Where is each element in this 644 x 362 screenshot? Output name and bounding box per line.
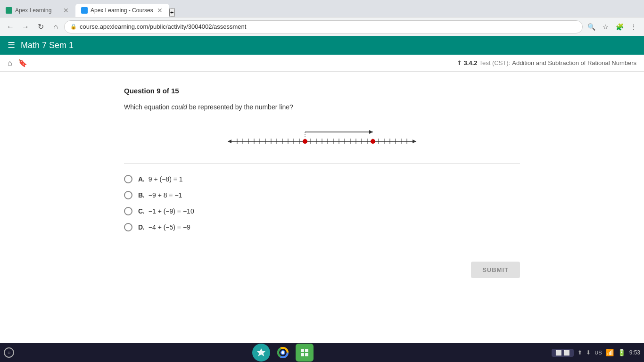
clock: 9:53: [629, 349, 640, 356]
radio-b[interactable]: [124, 191, 132, 199]
question-header: Question 9 of 15: [124, 87, 520, 95]
svg-marker-1: [228, 140, 231, 143]
new-tab-button[interactable]: +: [169, 8, 175, 17]
choice-d-label: D. −4 + (−5) = −9: [138, 223, 190, 231]
tab1-label: Apex Learning: [15, 7, 51, 14]
bookmark-nav-icon[interactable]: 🔖: [18, 58, 27, 67]
address-bar-row: ← → ↻ ⌂ 🔒 course.apexlearning.com/public…: [0, 17, 644, 36]
question-text: Which equation could be represented by t…: [124, 102, 520, 112]
search-button[interactable]: 🔍: [585, 20, 598, 33]
choice-a[interactable]: A. 9 + (−8) = 1: [124, 175, 520, 183]
radio-d[interactable]: [124, 223, 132, 231]
taskbar-right: ⬜ ⬜ ⬆ ⬇ US 📶 🔋 9:53: [552, 349, 640, 357]
hamburger-menu-icon[interactable]: ☰: [8, 40, 15, 50]
input-method-text: ⬜ ⬜: [555, 350, 570, 355]
url-text: course.apexlearning.com/public/activity/…: [80, 23, 577, 30]
home-button[interactable]: ⌂: [49, 20, 62, 33]
taskbar-left: ○: [4, 347, 14, 358]
radio-c[interactable]: [124, 207, 132, 215]
question-text-italic: could: [171, 103, 187, 111]
choice-c-label: C. −1 + (−9) = −10: [138, 207, 194, 215]
choice-a-label: A. 9 + (−8) = 1: [138, 175, 183, 183]
locale-text: US: [594, 350, 602, 355]
extensions-button[interactable]: 🧩: [613, 20, 626, 33]
breadcrumb-title: Addition and Subtraction of Rational Num…: [512, 59, 636, 66]
breadcrumb-type: Test (CST):: [479, 59, 511, 66]
taskbar-app1-icon[interactable]: [252, 344, 270, 362]
test-number: 3.4.2: [464, 59, 478, 66]
tab2-favicon: [81, 7, 88, 14]
home-icon[interactable]: ⌂: [8, 59, 12, 67]
svg-marker-2: [413, 140, 416, 143]
main-content: Question 9 of 15 Which equation could be…: [86, 72, 558, 262]
menu-button[interactable]: ⋮: [627, 20, 640, 33]
answer-choices: A. 9 + (−8) = 1 B. −9 + 8 = −1 C. −1 + (…: [124, 175, 520, 231]
choice-d[interactable]: D. −4 + (−5) = −9: [124, 223, 520, 231]
taskbar: ○: [0, 343, 644, 362]
bookmark-button[interactable]: ☆: [599, 20, 612, 33]
svg-point-45: [281, 351, 284, 354]
battery-icon: 🔋: [618, 349, 626, 356]
tab-bar: Apex Learning ✕ Apex Learning - Courses …: [0, 0, 644, 17]
svg-rect-47: [305, 349, 308, 352]
lock-icon: 🔒: [70, 24, 77, 30]
tab1-favicon: [6, 7, 12, 14]
browser-chrome: Apex Learning ✕ Apex Learning - Courses …: [0, 0, 644, 36]
forward-button[interactable]: →: [19, 20, 32, 33]
secondary-header: ⌂ 🔖 ⬆ 3.4.2 Test (CST): Addition and Sub…: [0, 55, 644, 72]
reload-button[interactable]: ↻: [34, 20, 47, 33]
question-text-start: Which equation: [124, 103, 171, 111]
choice-b-label: B. −9 + 8 = −1: [138, 191, 182, 199]
submit-area: SUBMIT: [86, 262, 558, 278]
radio-a[interactable]: [124, 175, 132, 183]
breadcrumb: ⬆ 3.4.2 Test (CST): Addition and Subtrac…: [457, 59, 636, 66]
browser-actions: 🔍 ☆ 🧩 ⋮: [585, 20, 640, 33]
tab-apex-learning-courses[interactable]: Apex Learning - Courses ✕: [75, 4, 169, 17]
network-down-icon: ⬇: [586, 349, 591, 356]
svg-point-35: [371, 139, 375, 144]
wifi-icon: 📶: [606, 349, 614, 356]
taskbar-start-icon[interactable]: ○: [4, 347, 14, 358]
submit-button[interactable]: SUBMIT: [471, 262, 520, 278]
number-line-container: [124, 123, 520, 164]
app-header: ☰ Math 7 Sem 1: [0, 36, 644, 55]
back-button[interactable]: ←: [4, 20, 17, 33]
choice-b[interactable]: B. −9 + 8 = −1: [124, 191, 520, 199]
svg-marker-37: [369, 130, 373, 134]
input-method-indicator: ⬜ ⬜: [552, 349, 574, 357]
taskbar-center: [14, 344, 552, 362]
taskbar-chrome-icon[interactable]: [274, 344, 292, 362]
taskbar-app2-icon[interactable]: [296, 344, 314, 362]
svg-point-34: [303, 139, 307, 144]
tab1-close[interactable]: ✕: [62, 7, 70, 14]
question-text-end: be represented by the number line?: [187, 103, 293, 111]
svg-rect-48: [301, 353, 304, 356]
number-line-svg: [223, 123, 421, 152]
network-up-icon: ⬆: [578, 349, 582, 356]
app-title: Math 7 Sem 1: [21, 41, 74, 50]
svg-rect-49: [305, 353, 308, 356]
tab2-close[interactable]: ✕: [156, 7, 164, 14]
tab-apex-learning[interactable]: Apex Learning ✕: [0, 4, 75, 17]
breadcrumb-arrow: ⬆: [457, 59, 462, 66]
choice-c[interactable]: C. −1 + (−9) = −10: [124, 207, 520, 215]
address-bar[interactable]: 🔒 course.apexlearning.com/public/activit…: [64, 20, 583, 33]
svg-rect-46: [301, 349, 304, 352]
tab2-label: Apex Learning - Courses: [91, 7, 153, 14]
